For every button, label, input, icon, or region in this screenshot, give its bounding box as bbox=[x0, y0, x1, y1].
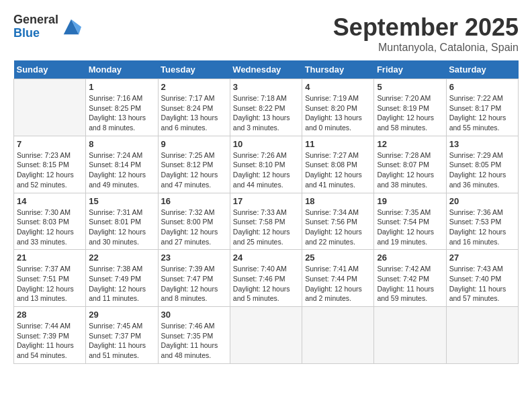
day-info: Sunrise: 7:28 AMSunset: 8:07 PMDaylight:… bbox=[377, 150, 443, 190]
location: Muntanyola, Catalonia, Spain bbox=[333, 42, 519, 54]
logo-blue: Blue bbox=[13, 26, 40, 40]
calendar-cell: 9Sunrise: 7:25 AMSunset: 8:12 PMDaylight… bbox=[158, 136, 230, 193]
day-info: Sunrise: 7:18 AMSunset: 8:22 PMDaylight:… bbox=[233, 93, 299, 133]
day-info: Sunrise: 7:35 AMSunset: 7:54 PMDaylight:… bbox=[377, 208, 443, 247]
day-info: Sunrise: 7:33 AMSunset: 7:58 PMDaylight:… bbox=[233, 208, 299, 247]
day-info: Sunrise: 7:34 AMSunset: 7:56 PMDaylight:… bbox=[305, 208, 371, 247]
day-info: Sunrise: 7:41 AMSunset: 7:44 PMDaylight:… bbox=[305, 264, 371, 304]
day-info: Sunrise: 7:22 AMSunset: 8:17 PMDaylight:… bbox=[449, 93, 515, 133]
calendar-cell: 22Sunrise: 7:38 AMSunset: 7:49 PMDayligh… bbox=[86, 250, 158, 307]
day-info: Sunrise: 7:38 AMSunset: 7:49 PMDaylight:… bbox=[89, 264, 154, 304]
day-info: Sunrise: 7:39 AMSunset: 7:47 PMDaylight:… bbox=[161, 264, 227, 304]
calendar-cell: 16Sunrise: 7:32 AMSunset: 8:00 PMDayligh… bbox=[158, 193, 230, 250]
day-info: Sunrise: 7:36 AMSunset: 7:53 PMDaylight:… bbox=[449, 208, 515, 247]
calendar-cell: 25Sunrise: 7:41 AMSunset: 7:44 PMDayligh… bbox=[302, 250, 374, 307]
day-number: 2 bbox=[161, 82, 227, 92]
day-info: Sunrise: 7:16 AMSunset: 8:25 PMDaylight:… bbox=[89, 93, 154, 133]
day-number: 5 bbox=[377, 82, 443, 92]
day-number: 15 bbox=[89, 196, 154, 206]
day-info: Sunrise: 7:17 AMSunset: 8:24 PMDaylight:… bbox=[161, 93, 227, 133]
day-number: 11 bbox=[305, 139, 371, 149]
calendar-cell: 8Sunrise: 7:24 AMSunset: 8:14 PMDaylight… bbox=[86, 136, 158, 193]
day-info: Sunrise: 7:23 AMSunset: 8:15 PMDaylight:… bbox=[17, 150, 83, 190]
day-info: Sunrise: 7:44 AMSunset: 7:39 PMDaylight:… bbox=[17, 321, 83, 361]
title-block: September 2025 Muntanyola, Catalonia, Sp… bbox=[333, 13, 519, 54]
week-row: 28Sunrise: 7:44 AMSunset: 7:39 PMDayligh… bbox=[14, 307, 519, 364]
calendar-cell: 5Sunrise: 7:20 AMSunset: 8:19 PMDaylight… bbox=[374, 79, 446, 136]
week-row: 1Sunrise: 7:16 AMSunset: 8:25 PMDaylight… bbox=[14, 79, 519, 136]
day-number: 24 bbox=[233, 253, 299, 263]
calendar-cell: 7Sunrise: 7:23 AMSunset: 8:15 PMDaylight… bbox=[14, 136, 86, 193]
column-header-monday: Monday bbox=[86, 60, 158, 79]
calendar-cell bbox=[230, 307, 302, 364]
day-number: 3 bbox=[233, 82, 299, 92]
calendar-cell: 17Sunrise: 7:33 AMSunset: 7:58 PMDayligh… bbox=[230, 193, 302, 250]
day-number: 22 bbox=[89, 253, 154, 263]
calendar-cell: 14Sunrise: 7:30 AMSunset: 8:03 PMDayligh… bbox=[14, 193, 86, 250]
day-info: Sunrise: 7:40 AMSunset: 7:46 PMDaylight:… bbox=[233, 264, 299, 304]
logo-general: General bbox=[13, 13, 58, 26]
day-info: Sunrise: 7:25 AMSunset: 8:12 PMDaylight:… bbox=[161, 150, 227, 190]
day-number: 26 bbox=[377, 253, 443, 263]
column-header-thursday: Thursday bbox=[302, 60, 374, 79]
day-number: 1 bbox=[89, 82, 154, 92]
day-number: 14 bbox=[17, 196, 83, 206]
day-number: 13 bbox=[449, 139, 515, 149]
day-info: Sunrise: 7:32 AMSunset: 8:00 PMDaylight:… bbox=[161, 208, 227, 247]
calendar-table: SundayMondayTuesdayWednesdayThursdayFrid… bbox=[13, 60, 519, 364]
day-number: 18 bbox=[305, 196, 371, 206]
day-info: Sunrise: 7:31 AMSunset: 8:01 PMDaylight:… bbox=[89, 208, 154, 247]
day-info: Sunrise: 7:42 AMSunset: 7:42 PMDaylight:… bbox=[377, 264, 443, 304]
day-info: Sunrise: 7:19 AMSunset: 8:20 PMDaylight:… bbox=[305, 93, 371, 133]
week-row: 14Sunrise: 7:30 AMSunset: 8:03 PMDayligh… bbox=[14, 193, 519, 250]
calendar-cell: 10Sunrise: 7:26 AMSunset: 8:10 PMDayligh… bbox=[230, 136, 302, 193]
calendar-cell: 20Sunrise: 7:36 AMSunset: 7:53 PMDayligh… bbox=[446, 193, 518, 250]
day-number: 21 bbox=[17, 253, 83, 263]
day-number: 27 bbox=[449, 253, 515, 263]
calendar-cell: 11Sunrise: 7:27 AMSunset: 8:08 PMDayligh… bbox=[302, 136, 374, 193]
day-info: Sunrise: 7:29 AMSunset: 8:05 PMDaylight:… bbox=[449, 150, 515, 190]
column-header-sunday: Sunday bbox=[14, 60, 86, 79]
calendar-cell: 26Sunrise: 7:42 AMSunset: 7:42 PMDayligh… bbox=[374, 250, 446, 307]
calendar-cell: 6Sunrise: 7:22 AMSunset: 8:17 PMDaylight… bbox=[446, 79, 518, 136]
day-number: 10 bbox=[233, 139, 299, 149]
day-info: Sunrise: 7:43 AMSunset: 7:40 PMDaylight:… bbox=[449, 264, 515, 304]
calendar-cell: 4Sunrise: 7:19 AMSunset: 8:20 PMDaylight… bbox=[302, 79, 374, 136]
column-header-tuesday: Tuesday bbox=[158, 60, 230, 79]
calendar-cell: 24Sunrise: 7:40 AMSunset: 7:46 PMDayligh… bbox=[230, 250, 302, 307]
day-number: 12 bbox=[377, 139, 443, 149]
column-header-wednesday: Wednesday bbox=[230, 60, 302, 79]
calendar-cell: 30Sunrise: 7:46 AMSunset: 7:35 PMDayligh… bbox=[158, 307, 230, 364]
calendar-cell: 23Sunrise: 7:39 AMSunset: 7:47 PMDayligh… bbox=[158, 250, 230, 307]
day-number: 29 bbox=[89, 310, 154, 320]
day-info: Sunrise: 7:37 AMSunset: 7:51 PMDaylight:… bbox=[17, 264, 83, 304]
day-number: 30 bbox=[161, 310, 227, 320]
calendar-cell: 15Sunrise: 7:31 AMSunset: 8:01 PMDayligh… bbox=[86, 193, 158, 250]
calendar-cell: 12Sunrise: 7:28 AMSunset: 8:07 PMDayligh… bbox=[374, 136, 446, 193]
logo-text: General Blue bbox=[13, 13, 58, 40]
day-number: 25 bbox=[305, 253, 371, 263]
day-number: 9 bbox=[161, 139, 227, 149]
calendar-cell: 21Sunrise: 7:37 AMSunset: 7:51 PMDayligh… bbox=[14, 250, 86, 307]
logo: General Blue bbox=[13, 13, 81, 40]
calendar-cell: 29Sunrise: 7:45 AMSunset: 7:37 PMDayligh… bbox=[86, 307, 158, 364]
day-number: 28 bbox=[17, 310, 83, 320]
calendar-cell: 28Sunrise: 7:44 AMSunset: 7:39 PMDayligh… bbox=[14, 307, 86, 364]
day-number: 19 bbox=[377, 196, 443, 206]
month-title: September 2025 bbox=[333, 13, 519, 42]
calendar-cell bbox=[374, 307, 446, 364]
calendar-cell: 3Sunrise: 7:18 AMSunset: 8:22 PMDaylight… bbox=[230, 79, 302, 136]
calendar-cell bbox=[14, 79, 86, 136]
day-number: 20 bbox=[449, 196, 515, 206]
logo-icon bbox=[61, 17, 81, 37]
calendar-cell: 1Sunrise: 7:16 AMSunset: 8:25 PMDaylight… bbox=[86, 79, 158, 136]
column-header-friday: Friday bbox=[374, 60, 446, 79]
day-info: Sunrise: 7:45 AMSunset: 7:37 PMDaylight:… bbox=[89, 321, 154, 361]
calendar-cell: 27Sunrise: 7:43 AMSunset: 7:40 PMDayligh… bbox=[446, 250, 518, 307]
day-info: Sunrise: 7:27 AMSunset: 8:08 PMDaylight:… bbox=[305, 150, 371, 190]
calendar-cell bbox=[302, 307, 374, 364]
header-row: SundayMondayTuesdayWednesdayThursdayFrid… bbox=[14, 60, 519, 79]
column-header-saturday: Saturday bbox=[446, 60, 518, 79]
day-info: Sunrise: 7:46 AMSunset: 7:35 PMDaylight:… bbox=[161, 321, 227, 361]
week-row: 7Sunrise: 7:23 AMSunset: 8:15 PMDaylight… bbox=[14, 136, 519, 193]
